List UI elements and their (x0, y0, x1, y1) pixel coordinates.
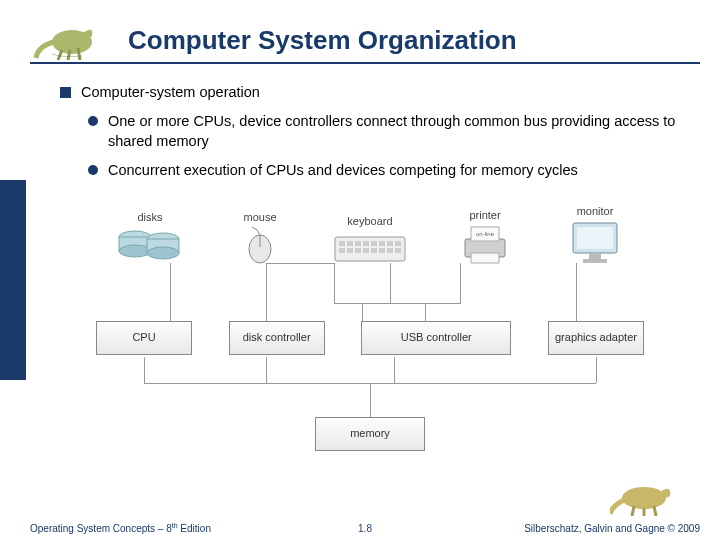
bullet-text: One or more CPUs, device controllers con… (108, 112, 680, 151)
disks-icon (115, 225, 185, 265)
system-diagram: disks mouse keyboard (90, 191, 650, 451)
connector-line (596, 357, 597, 383)
footer-text: Edition (178, 523, 211, 534)
device-label: mouse (243, 211, 276, 223)
bullet-level2: Concurrent execution of CPUs and devices… (88, 161, 680, 181)
dinosaur-footer-icon (610, 478, 680, 520)
dinosaur-logo-icon (30, 10, 100, 60)
svg-rect-14 (371, 241, 377, 246)
svg-point-6 (147, 247, 179, 259)
connector-line (460, 263, 461, 303)
svg-rect-12 (355, 241, 361, 246)
memory-box: memory (315, 417, 425, 451)
slide-header: Computer System Organization (0, 0, 720, 64)
footer-right: Silberschatz, Galvin and Gagne © 2009 (524, 523, 700, 534)
svg-rect-16 (387, 241, 393, 246)
footer-text: Operating System Concepts – 8 (30, 523, 172, 534)
connector-line (334, 263, 335, 303)
svg-rect-17 (395, 241, 401, 246)
circle-bullet-icon (88, 116, 98, 126)
svg-rect-23 (379, 248, 385, 253)
svg-rect-21 (363, 248, 369, 253)
connector-line (394, 357, 395, 383)
cpu-box: CPU (96, 321, 192, 355)
device-label: printer (469, 209, 500, 221)
connector-line (266, 263, 334, 264)
graphics-adapter-box: graphics adapter (548, 321, 644, 355)
svg-rect-25 (395, 248, 401, 253)
printer-icon: on-line (457, 223, 513, 265)
connector-line (170, 263, 171, 321)
connector-line (266, 357, 267, 383)
svg-rect-30 (577, 227, 613, 249)
mouse-icon (240, 225, 280, 265)
circle-bullet-icon (88, 165, 98, 175)
svg-point-33 (622, 487, 666, 509)
connector-line (144, 357, 145, 383)
keyboard-icon (333, 229, 407, 265)
svg-point-3 (119, 245, 151, 257)
svg-rect-19 (347, 248, 353, 253)
square-bullet-icon (60, 87, 71, 98)
slide-footer: Operating System Concepts – 8th Edition … (30, 522, 700, 534)
keyboard-device: keyboard (325, 215, 415, 265)
bullet-text: Computer-system operation (81, 84, 260, 100)
connector-line (576, 263, 577, 321)
usb-controller-box: USB controller (361, 321, 511, 355)
bullet-level1: Computer-system operation (60, 84, 680, 100)
connector-line (370, 383, 371, 417)
connector-line (390, 263, 391, 303)
svg-rect-10 (339, 241, 345, 246)
slide-title: Computer System Organization (108, 25, 700, 60)
monitor-icon (567, 219, 623, 265)
svg-rect-24 (387, 248, 393, 253)
left-accent-bar (0, 180, 26, 380)
bullet-text: Concurrent execution of CPUs and devices… (108, 161, 578, 181)
disks-device: disks (105, 211, 195, 265)
connector-line (362, 303, 363, 321)
svg-rect-28 (471, 253, 499, 263)
svg-rect-11 (347, 241, 353, 246)
footer-left: Operating System Concepts – 8th Edition (30, 522, 211, 534)
device-label: keyboard (347, 215, 392, 227)
svg-rect-9 (335, 237, 405, 261)
connector-line (425, 303, 426, 321)
slide-number: 1.8 (358, 523, 372, 534)
svg-rect-32 (583, 259, 607, 263)
svg-rect-18 (339, 248, 345, 253)
connector-line (266, 263, 267, 321)
svg-rect-15 (379, 241, 385, 246)
svg-rect-22 (371, 248, 377, 253)
device-label: monitor (577, 205, 614, 217)
bullet-level2: One or more CPUs, device controllers con… (88, 112, 680, 151)
mouse-device: mouse (225, 211, 295, 265)
svg-rect-31 (589, 253, 601, 259)
svg-rect-20 (355, 248, 361, 253)
printer-screen-text: on-line (476, 231, 495, 237)
printer-device: printer on-line (445, 209, 525, 265)
disk-controller-box: disk controller (229, 321, 325, 355)
svg-rect-13 (363, 241, 369, 246)
slide-content: Computer-system operation One or more CP… (0, 64, 720, 451)
device-label: disks (137, 211, 162, 223)
monitor-device: monitor (555, 205, 635, 265)
